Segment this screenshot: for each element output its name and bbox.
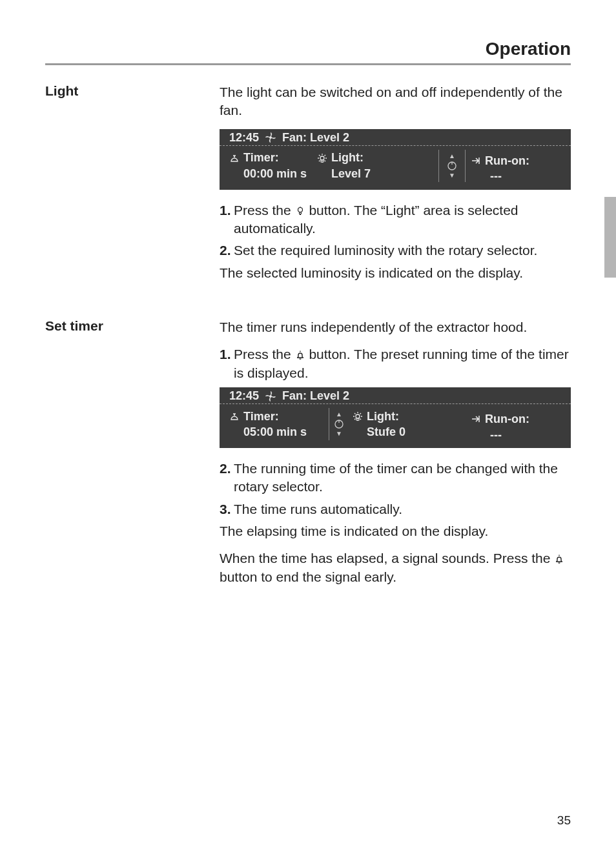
section-label-timer: Set timer xyxy=(45,318,220,334)
light-step1: Press the button. The “Light” area is se… xyxy=(234,201,571,238)
fan-icon xyxy=(265,132,276,143)
timer-label: Timer: xyxy=(243,409,279,424)
light-step2: Set the required luminosity with the rot… xyxy=(234,241,571,260)
display-time: 12:45 xyxy=(229,388,259,403)
display-time: 12:45 xyxy=(229,130,259,145)
runon-icon xyxy=(471,414,481,424)
timer-outro1: The elapsing time is indicated on the di… xyxy=(220,522,571,540)
light-icon xyxy=(317,153,327,163)
header-rule xyxy=(45,63,571,65)
step-number: 2. xyxy=(220,460,234,496)
step-number: 2. xyxy=(220,241,234,260)
display-fan-label: Fan: Level 2 xyxy=(282,130,349,145)
rotary-selector: ▲ ▼ xyxy=(329,408,349,440)
timer-label: Timer: xyxy=(243,150,279,165)
timer-value: 00:00 min s xyxy=(229,166,317,181)
runon-label: Run-on: xyxy=(485,153,529,168)
text-fragment: button to end the signal early. xyxy=(220,569,396,584)
timer-step2: The running time of the timer can be cha… xyxy=(234,460,571,496)
arrow-down-icon: ▼ xyxy=(449,172,455,179)
light-label: Light: xyxy=(367,409,399,424)
light-label: Light: xyxy=(331,150,364,165)
arrow-up-icon: ▲ xyxy=(449,153,455,159)
bell-icon xyxy=(554,554,564,564)
arrow-down-icon: ▼ xyxy=(336,431,342,437)
runon-label: Run-on: xyxy=(485,411,529,427)
display-panel-light: 12:45 Fan: Level 2 Timer: 00:00 min s xyxy=(220,129,571,190)
text-fragment: Press the xyxy=(234,203,295,218)
display-panel-timer: 12:45 Fan: Level 2 Timer: 05:00 min s ▲ xyxy=(220,387,571,448)
text-fragment: When the time has elapsed, a signal soun… xyxy=(220,551,554,566)
runon-icon xyxy=(471,156,481,166)
bell-icon xyxy=(295,350,305,360)
step-number: 1. xyxy=(220,345,234,382)
page-title: Operation xyxy=(45,39,571,59)
light-value: Level 7 xyxy=(317,166,433,181)
display-fan-label: Fan: Level 2 xyxy=(282,388,349,403)
fan-icon xyxy=(265,391,276,402)
light-value: Stufe 0 xyxy=(353,424,471,440)
timer-intro: The timer runs independently of the extr… xyxy=(220,318,571,336)
section-label-light: Light xyxy=(45,83,220,99)
timer-step3: The time runs automatically. xyxy=(234,500,571,518)
lamp-icon xyxy=(295,206,305,216)
timer-value: 05:00 min s xyxy=(229,424,331,440)
step-number: 3. xyxy=(220,500,234,518)
timer-step1: Press the button. The preset running tim… xyxy=(234,345,571,382)
runon-value: --- xyxy=(471,427,502,443)
timer-icon xyxy=(229,153,240,163)
timer-outro2: When the time has elapsed, a signal soun… xyxy=(220,549,571,586)
knob-icon xyxy=(334,419,344,429)
rotary-selector: ▲ ▼ xyxy=(438,150,466,182)
step-number: 1. xyxy=(220,201,234,238)
light-intro: The light can be switched on and off ind… xyxy=(220,83,571,120)
light-outro: The selected luminosity is indicated on … xyxy=(220,264,571,282)
page-number: 35 xyxy=(557,813,571,828)
side-tab xyxy=(604,197,616,278)
text-fragment: Press the xyxy=(234,347,295,362)
arrow-up-icon: ▲ xyxy=(336,411,342,418)
light-icon xyxy=(353,411,363,422)
runon-value: --- xyxy=(471,168,502,184)
timer-icon xyxy=(229,411,240,422)
knob-icon xyxy=(447,161,457,171)
